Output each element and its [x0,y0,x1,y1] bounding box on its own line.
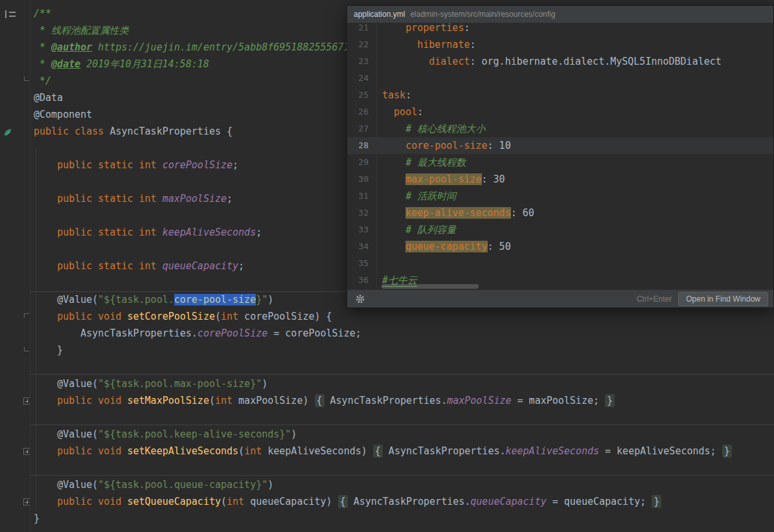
code-text: ( [209,395,215,406]
code-content: task: [377,87,411,104]
keyword: static [98,159,133,171]
keyword: void [98,496,121,507]
line-number[interactable]: 26 [347,104,377,120]
line-number[interactable]: 27 [347,120,377,137]
code-line[interactable]: 22 hibernate: [347,36,773,53]
line-number[interactable]: 22 [347,36,377,53]
comment: * [34,41,51,53]
editor-menu-icon[interactable] [5,8,16,21]
code-line[interactable]: 25task: [347,87,773,104]
code-text [133,227,139,238]
line-number[interactable]: 31 [347,188,377,205]
line-number[interactable]: 33 [347,221,377,238]
code-line[interactable]: @Value("${task.pool.queue-capacity}") [34,476,732,493]
line-number[interactable]: 32 [347,205,377,221]
code-line[interactable]: 24 [347,70,773,87]
popup-title-bar[interactable]: application.yml eladmin-system/src/main/… [347,6,773,23]
code-line[interactable]: 34 queue-capacity: 50 [347,238,773,255]
code-line[interactable]: public void setKeepAliveSeconds(int keep… [34,443,732,460]
open-in-find-window-button[interactable]: Open in Find Window [678,292,768,306]
code-text [157,159,163,171]
code-line[interactable]: 31 # 活跃时间 [347,188,773,205]
method-name: setKeepAliveSeconds [128,445,239,457]
yaml-comment: # 最大线程数 [405,157,466,168]
line-number[interactable]: 35 [347,255,377,272]
spring-bean-icon[interactable] [3,127,12,139]
code-text: ; [233,159,238,171]
code-line[interactable] [34,409,732,426]
keyword: int [215,395,233,406]
code-line[interactable]: } [34,510,732,527]
popup-editor[interactable]: 21 properties:22 hibernate:23 dialect: o… [347,23,773,289]
code-line[interactable]: 33 # 队列容量 [347,221,773,238]
code-line-current[interactable]: 28 core-pool-size: 10 [347,137,773,154]
line-number[interactable]: 28 [347,137,377,154]
keyword: public [57,227,92,238]
yaml-text: : org.hibernate.dialect.MySQL5InnoDBDial… [470,56,721,67]
code-text: ( [92,479,98,491]
folded-brace: { [373,445,383,458]
code-line[interactable]: 27 # 核心线程池大小 [347,120,773,137]
code-text [121,496,127,507]
code-text: ( [92,428,98,440]
fold-region-end-icon[interactable] [24,76,29,81]
code-text [34,227,57,238]
keyword: void [98,445,121,457]
code-text: = queueCapacity; [547,496,652,507]
annotation: @Value [57,294,92,305]
code-line[interactable]: @Value("${task.pool.max-pool-size}") [34,375,732,392]
keyword: class [74,126,104,137]
keyword: public [57,496,92,507]
keyword: public [57,311,92,322]
keyword: public [57,159,92,171]
line-number[interactable]: 25 [347,87,377,104]
code-text: ( [221,496,227,507]
code-text [92,395,98,406]
code-line[interactable]: 30 max-pool-size: 30 [347,171,773,188]
horizontal-scrollbar-thumb[interactable] [381,284,479,289]
fold-region-end-icon[interactable] [24,347,29,351]
code-line[interactable] [34,359,732,375]
code-text [34,479,57,491]
code-line[interactable]: public void setQueueCapacity(int queueCa… [34,493,732,510]
code-line[interactable]: AsyncTaskProperties.corePoolSize = coreP… [34,325,732,342]
yaml-text: : 30 [482,173,505,185]
code-text [34,445,57,457]
folded-brace: } [652,495,661,508]
code-text [34,159,57,171]
code-line[interactable]: 23 dialect: org.hibernate.dialect.MySQL5… [347,53,773,70]
code-line[interactable]: } [34,342,732,359]
code-text: corePoolSize) { [238,311,332,322]
keyword: int [221,311,238,322]
code-line[interactable]: @Value("${task.pool.keep-alive-seconds}"… [34,426,732,443]
folded-brace: { [315,394,324,407]
fold-region-start-icon[interactable] [24,313,29,318]
code-line[interactable]: 21 properties: [347,23,773,36]
doc-tag: @date [51,58,80,70]
code-content: # 队列容量 [377,221,456,238]
line-number[interactable]: 30 [347,171,377,188]
settings-gear-icon[interactable] [355,294,365,304]
code-line[interactable]: public void setMaxPoolSize(int maxPoolSi… [34,392,732,409]
code-line[interactable]: 32 keep-alive-seconds: 60 [347,205,773,221]
code-text: ) [262,378,267,390]
code-text [121,445,127,457]
code-line[interactable]: 29 # 最大线程数 [347,154,773,171]
line-number[interactable]: 34 [347,238,377,255]
keyword: int [139,159,157,171]
code-line[interactable]: 35 [347,255,773,272]
line-number[interactable]: 23 [347,53,377,70]
yaml-text: : 50 [488,241,511,252]
line-number[interactable]: 29 [347,154,377,171]
line-number[interactable]: 36 [347,272,377,289]
code-line[interactable]: 26 pool: [347,104,773,120]
code-text [34,395,57,406]
line-number[interactable]: 21 [347,23,377,36]
code-text [133,159,139,171]
code-text [121,395,127,406]
code-line[interactable] [34,460,732,476]
folded-brace: } [722,445,732,458]
code-line[interactable]: public void setCorePoolSize(int corePool… [34,308,732,325]
line-number[interactable]: 24 [347,70,377,87]
code-text [133,193,139,205]
